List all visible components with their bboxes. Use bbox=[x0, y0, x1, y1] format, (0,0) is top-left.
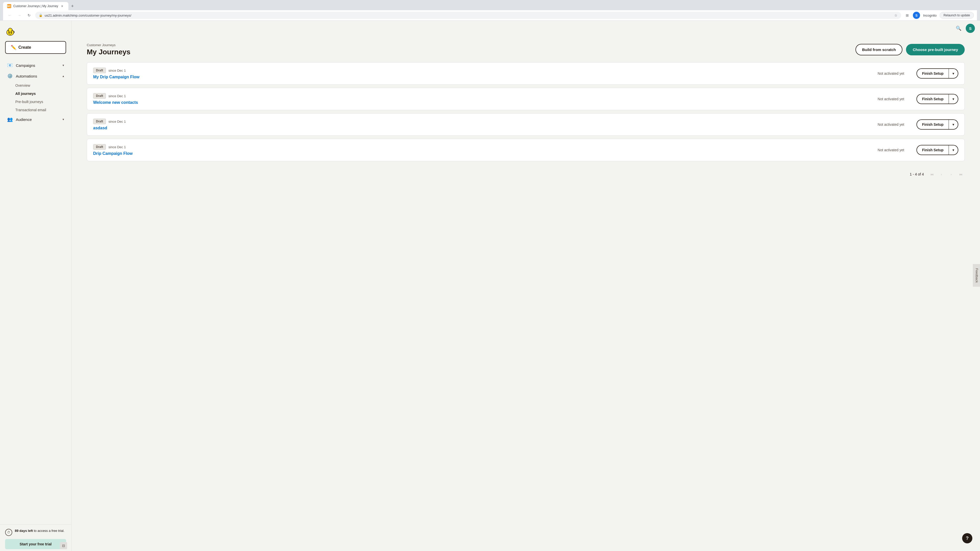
journey-3-since: since Dec 1 bbox=[108, 120, 126, 124]
pagination-next-button[interactable]: › bbox=[947, 170, 955, 178]
sidebar-collapse-button[interactable]: ⊟ bbox=[60, 542, 67, 549]
journey-4-meta: Draft since Dec 1 bbox=[93, 144, 865, 150]
tab-close-icon[interactable]: ✕ bbox=[60, 4, 64, 8]
all-journeys-label: All journeys bbox=[15, 92, 36, 96]
journey-1-dropdown-button[interactable]: ▾ bbox=[949, 68, 958, 79]
journey-4-status-badge: Draft bbox=[93, 144, 106, 150]
help-button[interactable]: ? bbox=[962, 533, 972, 543]
active-tab[interactable]: MC Customer Journeys | My Journey ✕ bbox=[3, 2, 68, 10]
automations-sub-nav: Overview All journeys Pre-built journeys… bbox=[0, 81, 71, 114]
page-header-text: Customer Journeys My Journeys bbox=[87, 43, 130, 56]
journey-4-since: since Dec 1 bbox=[108, 145, 126, 149]
journey-4-info: Draft since Dec 1 Drip Campaign Flow bbox=[93, 144, 865, 156]
feedback-tab[interactable]: Feedback bbox=[973, 264, 980, 287]
sidebar-item-audience[interactable]: 👥 Audience ▾ bbox=[2, 114, 69, 125]
user-profile-button[interactable]: S bbox=[966, 24, 975, 33]
trial-timer-icon: ⏱ bbox=[5, 529, 12, 536]
profile-toggle[interactable]: S bbox=[913, 12, 920, 19]
app-layout: ✏️ Create 📧 Campaigns ▾ ⚙️ Automations ▴… bbox=[0, 21, 980, 551]
journey-1-actions: Finish Setup ▾ bbox=[916, 68, 958, 79]
campaigns-chevron-icon: ▾ bbox=[62, 64, 64, 67]
create-icon: ✏️ bbox=[11, 44, 16, 50]
journey-3-status: Not activated yet bbox=[870, 122, 912, 127]
bookmark-icon[interactable]: ☆ bbox=[894, 13, 897, 17]
journey-3-finish-setup-button[interactable]: Finish Setup bbox=[916, 119, 949, 130]
journey-2-name-link[interactable]: Welcome new contacts bbox=[93, 100, 138, 105]
journey-2-status-badge: Draft bbox=[93, 93, 106, 99]
journey-item: Draft since Dec 1 Drip Campaign Flow Not… bbox=[87, 139, 965, 161]
sidebar-item-automations[interactable]: ⚙️ Automations ▴ bbox=[2, 71, 69, 81]
trial-info: ⏱ 89 days left to access a free trial. bbox=[5, 529, 66, 536]
forward-button[interactable]: → bbox=[16, 12, 23, 19]
journey-4-finish-setup-button[interactable]: Finish Setup bbox=[916, 145, 949, 155]
url-text: us21.admin.mailchimp.com/customer-journe… bbox=[45, 14, 892, 17]
journey-1-meta: Draft since Dec 1 bbox=[93, 68, 865, 73]
browser-tabs: MC Customer Journeys | My Journey ✕ + bbox=[3, 2, 977, 10]
campaigns-label: Campaigns bbox=[16, 63, 59, 68]
journey-1-status-badge: Draft bbox=[93, 68, 106, 73]
journey-3-name-link[interactable]: asdasd bbox=[93, 126, 107, 130]
pre-built-journeys-label: Pre-built journeys bbox=[15, 100, 43, 104]
journey-1-status: Not activated yet bbox=[870, 71, 912, 76]
journey-3-status-badge: Draft bbox=[93, 119, 106, 124]
journey-4-name-link[interactable]: Drip Campaign Flow bbox=[93, 151, 133, 156]
journey-4-status: Not activated yet bbox=[870, 148, 912, 152]
build-from-scratch-button[interactable]: Build from scratch bbox=[856, 44, 903, 56]
journey-3-actions: Finish Setup ▾ bbox=[916, 119, 958, 130]
choose-prebuilt-button[interactable]: Choose pre-built journey bbox=[906, 44, 965, 56]
create-button[interactable]: ✏️ Create bbox=[5, 41, 66, 54]
svg-point-5 bbox=[8, 30, 9, 32]
new-tab-button[interactable]: + bbox=[69, 3, 76, 10]
pagination-prev-button[interactable]: ‹ bbox=[938, 170, 945, 178]
audience-chevron-icon: ▾ bbox=[62, 118, 64, 121]
sidebar-logo bbox=[0, 21, 71, 41]
automations-label: Automations bbox=[16, 74, 59, 78]
breadcrumb: Customer Journeys bbox=[87, 43, 130, 47]
pagination-first-button[interactable]: ⏮ bbox=[928, 170, 935, 178]
journey-2-dropdown-button[interactable]: ▾ bbox=[949, 94, 958, 104]
search-button[interactable]: 🔍 bbox=[954, 24, 963, 33]
main-topbar: 🔍 S bbox=[72, 21, 980, 36]
tab-title: Customer Journeys | My Journey bbox=[13, 4, 58, 8]
journey-2-actions: Finish Setup ▾ bbox=[916, 94, 958, 104]
profile-avatar: S bbox=[913, 12, 920, 19]
journey-2-meta: Draft since Dec 1 bbox=[93, 93, 865, 99]
overview-label: Overview bbox=[15, 83, 30, 87]
svg-point-4 bbox=[11, 32, 12, 33]
lock-icon: 🔒 bbox=[39, 14, 43, 17]
browser-chrome: MC Customer Journeys | My Journey ✕ + ← … bbox=[0, 0, 980, 21]
sidebar-item-transactional-email[interactable]: Transactional email bbox=[2, 106, 69, 114]
journey-3-dropdown-button[interactable]: ▾ bbox=[949, 119, 958, 130]
journey-1-name-link[interactable]: My Drip Campaign Flow bbox=[93, 75, 139, 79]
transactional-email-label: Transactional email bbox=[15, 108, 46, 112]
start-trial-button[interactable]: Start your free trial bbox=[5, 539, 66, 549]
mailchimp-logo bbox=[5, 27, 15, 37]
journey-1-finish-setup-button[interactable]: Finish Setup bbox=[916, 68, 949, 79]
journey-item: Draft since Dec 1 My Drip Campaign Flow … bbox=[87, 62, 965, 85]
back-button[interactable]: ← bbox=[6, 12, 13, 19]
extensions-button[interactable]: ⊞ bbox=[904, 12, 911, 19]
svg-point-6 bbox=[11, 30, 12, 32]
journey-2-since: since Dec 1 bbox=[108, 94, 126, 98]
sidebar-item-campaigns[interactable]: 📧 Campaigns ▾ bbox=[2, 60, 69, 71]
journey-2-finish-setup-button[interactable]: Finish Setup bbox=[916, 94, 949, 104]
journey-item: Draft since Dec 1 Welcome new contacts N… bbox=[87, 88, 965, 110]
sidebar-item-overview[interactable]: Overview bbox=[2, 81, 69, 89]
audience-icon: 👥 bbox=[7, 117, 13, 122]
trial-text: 89 days left to access a free trial. bbox=[15, 529, 64, 533]
sidebar: ✏️ Create 📧 Campaigns ▾ ⚙️ Automations ▴… bbox=[0, 21, 72, 551]
page-header: Customer Journeys My Journeys Build from… bbox=[72, 36, 980, 62]
journey-4-dropdown-button[interactable]: ▾ bbox=[949, 145, 958, 155]
sidebar-item-all-journeys[interactable]: All journeys bbox=[2, 89, 69, 98]
reload-button[interactable]: ↻ bbox=[25, 12, 33, 19]
tab-favicon: MC bbox=[7, 4, 11, 8]
incognito-label: Incognito bbox=[923, 14, 937, 17]
pagination-last-button[interactable]: ⏭ bbox=[957, 170, 965, 178]
relaunch-button[interactable]: Relaunch to update bbox=[940, 12, 974, 19]
svg-point-2 bbox=[8, 28, 12, 32]
address-bar[interactable]: 🔒 us21.admin.mailchimp.com/customer-jour… bbox=[35, 12, 901, 19]
journey-2-info: Draft since Dec 1 Welcome new contacts bbox=[93, 93, 865, 105]
sidebar-item-pre-built-journeys[interactable]: Pre-built journeys bbox=[2, 98, 69, 106]
nav-section: 📧 Campaigns ▾ ⚙️ Automations ▴ Overview … bbox=[0, 59, 71, 126]
automations-chevron-icon: ▴ bbox=[62, 74, 64, 78]
